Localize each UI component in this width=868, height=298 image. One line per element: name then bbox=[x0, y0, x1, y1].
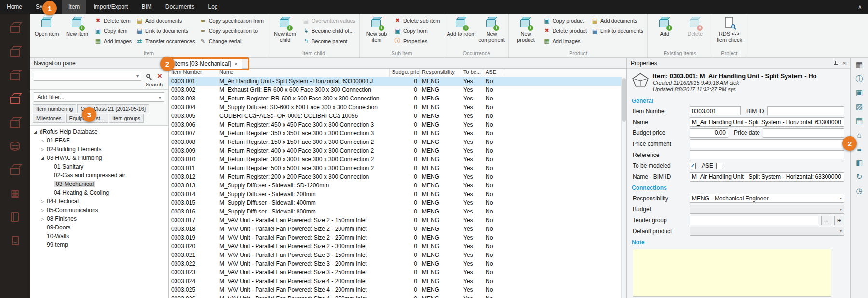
column-header-responsibility[interactable]: Responsibility bbox=[420, 69, 461, 77]
ribbon-copy-specification-from-button[interactable]: Copy specification from bbox=[198, 16, 265, 25]
ribbon-transfer-occurrences-button[interactable]: Transfer occurrences bbox=[135, 36, 197, 45]
ribbon-link-to-documents-button[interactable]: Link to documents bbox=[590, 26, 645, 35]
table-row[interactable]: 0303.023M_VAV Unit - Parallel Fan Powere… bbox=[169, 269, 626, 277]
table-row[interactable]: 0303.017M_VAV Unit - Parallel Fan Powere… bbox=[169, 216, 626, 225]
table-row[interactable]: 0303.011M_Return Register: 500 x 500 Fac… bbox=[169, 164, 626, 173]
ribbon-add-documents-button[interactable]: Add documents bbox=[590, 16, 645, 25]
ribbon-copy-product-button[interactable]: Copy product bbox=[542, 16, 588, 25]
table-row[interactable]: 0303.016M_Supply Diffuser - Sidewall: 80… bbox=[169, 208, 626, 216]
tree-item-02-building-elements[interactable]: ▷02-Building Elements bbox=[30, 145, 168, 154]
table-row[interactable]: 0303.008M_Return Register: 150 x 150 Fac… bbox=[169, 138, 626, 147]
tree-item-04-electrical[interactable]: ▷04-Electrical bbox=[30, 197, 168, 206]
tender-group-input[interactable] bbox=[690, 216, 818, 225]
tree-expand-arrow[interactable]: ▷ bbox=[40, 199, 45, 204]
ribbon-become-parent-button[interactable]: Become parent bbox=[301, 36, 357, 45]
tree-collapse-arrow[interactable]: ◢ bbox=[40, 156, 45, 160]
column-header-ase[interactable]: ASE bbox=[483, 69, 504, 77]
pin-icon[interactable] bbox=[833, 60, 839, 66]
ribbon-add-images-button[interactable]: Add images bbox=[93, 36, 133, 45]
tree-item-01-sanitary[interactable]: 01-Sanitary bbox=[30, 162, 168, 171]
table-row[interactable]: 0303.018M_VAV Unit - Parallel Fan Powere… bbox=[169, 225, 626, 234]
tree-item-drofus-help-database[interactable]: ◢dRofus Help Database bbox=[30, 128, 168, 136]
ribbon-link-to-documents-button[interactable]: Link to documents bbox=[135, 26, 197, 35]
clear-search-button[interactable]: ✕ bbox=[155, 71, 164, 81]
table-row[interactable]: 0303.022M_VAV Unit - Parallel Fan Powere… bbox=[169, 260, 626, 269]
table-row[interactable]: 0303.010M_Return Register: 300 x 300 Fac… bbox=[169, 156, 626, 164]
app-module-icon-4[interactable] bbox=[7, 91, 23, 106]
ribbon-copy-specification-to-button[interactable]: Copy specification to bbox=[198, 26, 265, 35]
table-row[interactable]: 0303.025M_VAV Unit - Parallel Fan Powere… bbox=[169, 286, 626, 295]
app-module-icon-10[interactable] bbox=[7, 233, 23, 248]
note-textarea[interactable] bbox=[633, 249, 831, 297]
name-bim-id-input[interactable] bbox=[690, 172, 844, 182]
collapse-ribbon-icon[interactable]: ∧ bbox=[857, 0, 862, 14]
menu-item[interactable]: Item bbox=[62, 0, 86, 14]
reference-input[interactable] bbox=[690, 150, 844, 159]
tree-item-99-temp[interactable]: 99-temp bbox=[30, 241, 168, 249]
search-button[interactable] bbox=[143, 71, 153, 81]
close-properties-icon[interactable]: × bbox=[842, 59, 846, 67]
ribbon-rds-item-check-button[interactable]: RDS <-> Item check bbox=[715, 14, 744, 50]
bim-id-input[interactable] bbox=[767, 106, 844, 115]
info-icon[interactable]: ⓘ bbox=[854, 73, 865, 84]
tree-expand-arrow[interactable]: ▷ bbox=[40, 147, 45, 152]
ase-checkbox[interactable] bbox=[716, 163, 722, 169]
ribbon-new-component-button[interactable]: +New component bbox=[477, 14, 506, 50]
tree-item-03-hvac-plumbing[interactable]: ◢03-HVAC & Plumbing bbox=[30, 154, 168, 162]
ribbon-add-images-button[interactable]: Add images bbox=[542, 36, 588, 45]
table-row[interactable]: 0303.007M_Return Register: 350 x 350 Fac… bbox=[169, 129, 626, 138]
tree-expand-arrow[interactable]: ▷ bbox=[40, 217, 45, 221]
tree-item-05-communications[interactable]: ▷05-Communications bbox=[30, 206, 168, 214]
table-row[interactable]: 0303.021M_VAV Unit - Parallel Fan Powere… bbox=[169, 251, 626, 260]
ribbon-new-sub-item-button[interactable]: +New sub item bbox=[362, 14, 391, 50]
tender-group-assign-icon[interactable]: ⊞ bbox=[834, 216, 844, 225]
table-row[interactable]: 0303.024M_VAV Unit - Parallel Fan Powere… bbox=[169, 277, 626, 286]
app-module-icon-7[interactable] bbox=[7, 162, 23, 177]
ribbon-properties-button[interactable]: Properties bbox=[393, 36, 441, 45]
add-filter-dropdown[interactable]: Add filter... ▾ bbox=[34, 92, 164, 102]
history-icon[interactable]: ◷ bbox=[854, 185, 865, 196]
ribbon-copy-from-button[interactable]: Copy from bbox=[393, 26, 441, 35]
tree-item-10-walls[interactable]: 10-Walls bbox=[30, 232, 168, 241]
app-module-icon-5[interactable] bbox=[7, 115, 23, 129]
ribbon-delete-sub-item-button[interactable]: Delete sub item bbox=[393, 16, 441, 25]
ribbon-new-item-child-button[interactable]: +New item child bbox=[271, 14, 299, 50]
menu-log[interactable]: Log bbox=[201, 0, 224, 14]
menu-home[interactable]: Home bbox=[0, 0, 29, 14]
table-row[interactable]: 0303.006M_Return Register: 450 x 450 Fac… bbox=[169, 121, 626, 129]
table-row[interactable]: 0303.003M_Return Register: RR-600 x 600 … bbox=[169, 95, 626, 103]
ribbon-delete-product-button[interactable]: Delete product bbox=[542, 26, 588, 35]
tender-group-browse-button[interactable]: ... bbox=[821, 216, 831, 225]
table-row[interactable]: 0303.005COLIBRI-CCa+ALSc--OR-0001: COLIB… bbox=[169, 112, 626, 121]
app-module-icon-1[interactable] bbox=[7, 20, 23, 35]
app-module-icon-6[interactable] bbox=[7, 139, 23, 153]
name-input[interactable] bbox=[690, 117, 844, 127]
column-header-to-be[interactable]: To be... bbox=[461, 69, 483, 77]
table-row[interactable]: 0303.013M_Supply Diffuser - Sidewall: SD… bbox=[169, 182, 626, 190]
app-module-icon-9[interactable] bbox=[7, 210, 23, 224]
table-row[interactable]: 0303.020M_VAV Unit - Parallel Fan Powere… bbox=[169, 242, 626, 251]
tree-item-02-gas-and-compressed-air[interactable]: 02-Gas and compressed air bbox=[30, 171, 168, 180]
scrollbar-thumb[interactable] bbox=[622, 78, 626, 122]
filter-tab-item-numbering[interactable]: Item numbering bbox=[33, 104, 76, 113]
budget-select[interactable]: ▾ bbox=[690, 205, 844, 214]
tree-expand-arrow[interactable]: ▷ bbox=[40, 139, 45, 143]
table-row[interactable]: 0303.002M_Exhaust Grill: ER-600 x 600 Fa… bbox=[169, 86, 626, 95]
tree-expand-arrow[interactable]: ▷ bbox=[40, 208, 45, 213]
ribbon-delete-button[interactable]: ×Delete bbox=[680, 14, 709, 50]
app-module-icon-3[interactable] bbox=[7, 68, 23, 82]
table-scrollbar[interactable] bbox=[621, 77, 626, 298]
table-row[interactable]: 0303.012M_Return Register: 200 x 200 Fac… bbox=[169, 173, 626, 182]
menu-bim[interactable]: BIM bbox=[135, 0, 158, 14]
ribbon-copy-item-button[interactable]: Copy item bbox=[93, 26, 133, 35]
search-dropdown-icon[interactable]: ▾ bbox=[136, 73, 139, 79]
search-combobox[interactable]: ▾ bbox=[34, 71, 141, 81]
table-row[interactable]: 0303.026M_VAV Unit - Parallel Fan Powere… bbox=[169, 295, 626, 298]
table-row[interactable]: 0303.001M_Air Handling Unit - Split Syst… bbox=[169, 77, 626, 86]
tree-item-04-heating-cooling[interactable]: 04-Heating & Cooling bbox=[30, 188, 168, 197]
documents-icon[interactable]: ▤ bbox=[854, 115, 865, 126]
app-module-icon-8[interactable]: ▦ bbox=[7, 186, 23, 200]
responsibility-select[interactable]: MENG - Mechanical Engineer ▾ bbox=[690, 194, 844, 203]
item-number-input[interactable] bbox=[690, 106, 741, 115]
filter-tab-milestones[interactable]: Milestones bbox=[33, 114, 65, 123]
